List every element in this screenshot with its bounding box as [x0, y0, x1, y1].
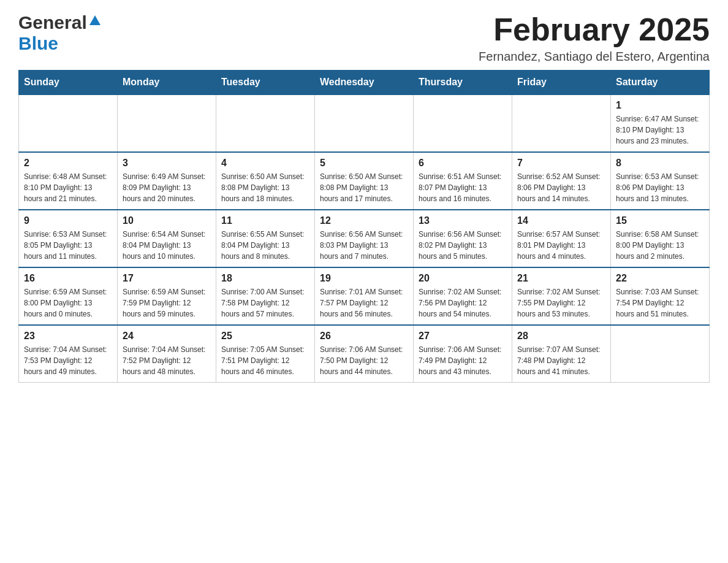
- day-number: 26: [320, 331, 408, 342]
- day-number: 25: [221, 331, 309, 342]
- calendar-day-cell: [611, 325, 710, 383]
- header-saturday: Saturday: [611, 71, 710, 95]
- day-number: 12: [320, 215, 408, 226]
- calendar-header: Sunday Monday Tuesday Wednesday Thursday…: [19, 71, 710, 95]
- calendar-day-cell: 6Sunrise: 6:51 AM Sunset: 8:07 PM Daylig…: [414, 152, 512, 210]
- calendar-week-row: 1Sunrise: 6:47 AM Sunset: 8:10 PM Daylig…: [19, 94, 710, 152]
- header-monday: Monday: [118, 71, 216, 95]
- day-info: Sunrise: 7:05 AM Sunset: 7:51 PM Dayligh…: [221, 344, 309, 377]
- day-number: 19: [320, 273, 408, 284]
- day-number: 15: [616, 215, 704, 226]
- day-number: 4: [221, 158, 309, 169]
- calendar-day-cell: 19Sunrise: 7:01 AM Sunset: 7:57 PM Dayli…: [315, 267, 414, 325]
- day-info: Sunrise: 6:57 AM Sunset: 8:01 PM Dayligh…: [517, 229, 605, 262]
- day-info: Sunrise: 6:49 AM Sunset: 8:09 PM Dayligh…: [123, 171, 211, 204]
- calendar-day-cell: 20Sunrise: 7:02 AM Sunset: 7:56 PM Dayli…: [414, 267, 512, 325]
- day-number: 22: [616, 273, 704, 284]
- calendar-day-cell: 25Sunrise: 7:05 AM Sunset: 7:51 PM Dayli…: [216, 325, 315, 383]
- day-info: Sunrise: 6:59 AM Sunset: 7:59 PM Dayligh…: [123, 286, 211, 320]
- calendar-day-cell: 23Sunrise: 7:04 AM Sunset: 7:53 PM Dayli…: [19, 325, 118, 383]
- logo-general-text: General: [18, 12, 87, 33]
- day-info: Sunrise: 6:58 AM Sunset: 8:00 PM Dayligh…: [616, 229, 704, 262]
- day-info: Sunrise: 7:06 AM Sunset: 7:50 PM Dayligh…: [320, 344, 408, 377]
- calendar-day-cell: 28Sunrise: 7:07 AM Sunset: 7:48 PM Dayli…: [512, 325, 611, 383]
- day-info: Sunrise: 6:56 AM Sunset: 8:03 PM Dayligh…: [320, 229, 408, 262]
- calendar-day-cell: [512, 94, 611, 152]
- header-tuesday: Tuesday: [216, 71, 315, 95]
- day-number: 1: [616, 100, 704, 111]
- day-number: 18: [221, 273, 309, 284]
- calendar-table: Sunday Monday Tuesday Wednesday Thursday…: [18, 70, 710, 383]
- day-number: 28: [517, 331, 605, 342]
- day-number: 17: [123, 273, 211, 284]
- calendar-day-cell: 8Sunrise: 6:53 AM Sunset: 8:06 PM Daylig…: [611, 152, 710, 210]
- day-number: 8: [616, 158, 704, 169]
- day-number: 13: [419, 215, 507, 226]
- page-header: General Blue February 2025 Fernandez, Sa…: [18, 12, 710, 64]
- day-info: Sunrise: 6:52 AM Sunset: 8:06 PM Dayligh…: [517, 171, 605, 204]
- header-friday: Friday: [512, 71, 611, 95]
- day-info: Sunrise: 7:06 AM Sunset: 7:49 PM Dayligh…: [419, 344, 507, 377]
- day-info: Sunrise: 6:50 AM Sunset: 8:08 PM Dayligh…: [221, 171, 309, 204]
- calendar-day-cell: 24Sunrise: 7:04 AM Sunset: 7:52 PM Dayli…: [118, 325, 216, 383]
- calendar-day-cell: 26Sunrise: 7:06 AM Sunset: 7:50 PM Dayli…: [315, 325, 414, 383]
- page-subtitle: Fernandez, Santiago del Estero, Argentin…: [479, 50, 710, 64]
- day-info: Sunrise: 6:56 AM Sunset: 8:02 PM Dayligh…: [419, 229, 507, 262]
- day-info: Sunrise: 7:04 AM Sunset: 7:52 PM Dayligh…: [123, 344, 211, 377]
- calendar-day-cell: 11Sunrise: 6:55 AM Sunset: 8:04 PM Dayli…: [216, 210, 315, 267]
- calendar-day-cell: 18Sunrise: 7:00 AM Sunset: 7:58 PM Dayli…: [216, 267, 315, 325]
- calendar-week-row: 2Sunrise: 6:48 AM Sunset: 8:10 PM Daylig…: [19, 152, 710, 210]
- calendar-day-cell: 16Sunrise: 6:59 AM Sunset: 8:00 PM Dayli…: [19, 267, 118, 325]
- day-info: Sunrise: 7:00 AM Sunset: 7:58 PM Dayligh…: [221, 286, 309, 320]
- day-info: Sunrise: 6:59 AM Sunset: 8:00 PM Dayligh…: [24, 286, 112, 320]
- calendar-day-cell: 4Sunrise: 6:50 AM Sunset: 8:08 PM Daylig…: [216, 152, 315, 210]
- header-wednesday: Wednesday: [315, 71, 414, 95]
- calendar-day-cell: 7Sunrise: 6:52 AM Sunset: 8:06 PM Daylig…: [512, 152, 611, 210]
- calendar-week-row: 9Sunrise: 6:53 AM Sunset: 8:05 PM Daylig…: [19, 210, 710, 267]
- day-info: Sunrise: 6:53 AM Sunset: 8:05 PM Dayligh…: [24, 229, 112, 262]
- calendar-day-cell: 5Sunrise: 6:50 AM Sunset: 8:08 PM Daylig…: [315, 152, 414, 210]
- calendar-day-cell: 3Sunrise: 6:49 AM Sunset: 8:09 PM Daylig…: [118, 152, 216, 210]
- calendar-day-cell: 12Sunrise: 6:56 AM Sunset: 8:03 PM Dayli…: [315, 210, 414, 267]
- calendar-day-cell: [216, 94, 315, 152]
- day-number: 7: [517, 158, 605, 169]
- day-number: 24: [123, 331, 211, 342]
- day-info: Sunrise: 7:03 AM Sunset: 7:54 PM Dayligh…: [616, 286, 704, 320]
- calendar-day-cell: [414, 94, 512, 152]
- day-number: 27: [419, 331, 507, 342]
- svg-marker-0: [89, 15, 100, 25]
- calendar-day-cell: [315, 94, 414, 152]
- calendar-day-cell: [118, 94, 216, 152]
- day-info: Sunrise: 7:04 AM Sunset: 7:53 PM Dayligh…: [24, 344, 112, 377]
- calendar-day-cell: 22Sunrise: 7:03 AM Sunset: 7:54 PM Dayli…: [611, 267, 710, 325]
- calendar-day-cell: 17Sunrise: 6:59 AM Sunset: 7:59 PM Dayli…: [118, 267, 216, 325]
- day-info: Sunrise: 7:07 AM Sunset: 7:48 PM Dayligh…: [517, 344, 605, 377]
- day-number: 5: [320, 158, 408, 169]
- logo: General Blue: [18, 12, 102, 54]
- header-thursday: Thursday: [414, 71, 512, 95]
- calendar-day-cell: [19, 94, 118, 152]
- day-info: Sunrise: 6:55 AM Sunset: 8:04 PM Dayligh…: [221, 229, 309, 262]
- logo-arrow-icon: [88, 14, 102, 28]
- header-sunday: Sunday: [19, 71, 118, 95]
- day-info: Sunrise: 6:47 AM Sunset: 8:10 PM Dayligh…: [616, 113, 704, 147]
- calendar-day-cell: 27Sunrise: 7:06 AM Sunset: 7:49 PM Dayli…: [414, 325, 512, 383]
- day-info: Sunrise: 7:01 AM Sunset: 7:57 PM Dayligh…: [320, 286, 408, 320]
- day-number: 23: [24, 331, 112, 342]
- day-number: 16: [24, 273, 112, 284]
- day-number: 21: [517, 273, 605, 284]
- logo-blue-text: Blue: [18, 33, 58, 54]
- calendar-day-cell: 10Sunrise: 6:54 AM Sunset: 8:04 PM Dayli…: [118, 210, 216, 267]
- page-title: February 2025: [479, 12, 710, 47]
- day-info: Sunrise: 6:51 AM Sunset: 8:07 PM Dayligh…: [419, 171, 507, 204]
- day-number: 10: [123, 215, 211, 226]
- calendar-body: 1Sunrise: 6:47 AM Sunset: 8:10 PM Daylig…: [19, 94, 710, 383]
- day-info: Sunrise: 7:02 AM Sunset: 7:55 PM Dayligh…: [517, 286, 605, 320]
- day-number: 3: [123, 158, 211, 169]
- day-number: 20: [419, 273, 507, 284]
- calendar-day-cell: 14Sunrise: 6:57 AM Sunset: 8:01 PM Dayli…: [512, 210, 611, 267]
- calendar-day-cell: 9Sunrise: 6:53 AM Sunset: 8:05 PM Daylig…: [19, 210, 118, 267]
- title-section: February 2025 Fernandez, Santiago del Es…: [479, 12, 710, 64]
- day-info: Sunrise: 6:50 AM Sunset: 8:08 PM Dayligh…: [320, 171, 408, 204]
- calendar-header-row: Sunday Monday Tuesday Wednesday Thursday…: [19, 71, 710, 95]
